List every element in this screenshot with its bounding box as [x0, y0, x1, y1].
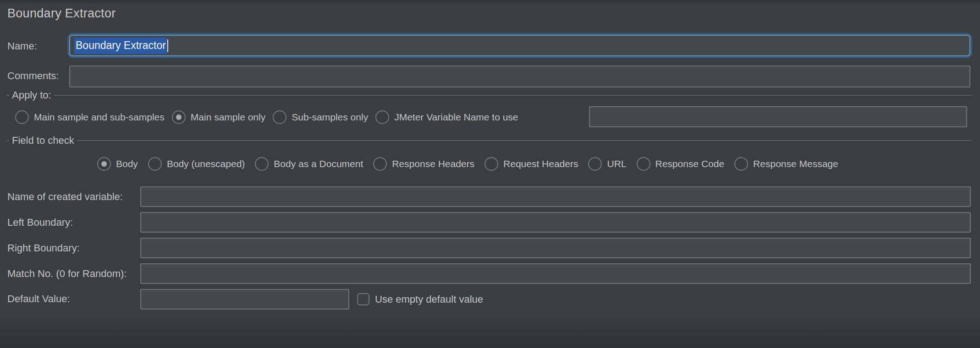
radio-label: URL	[607, 158, 626, 169]
radio-icon[interactable]	[97, 157, 111, 171]
extractor-field-row: Left Boundary:	[0, 212, 971, 233]
name-input-selected-text: Boundary Extractor	[74, 38, 167, 54]
radio-icon[interactable]	[255, 157, 269, 171]
comments-input[interactable]	[69, 65, 970, 87]
radio-label: Response Headers	[392, 158, 474, 169]
jmeter-variable-name-input[interactable]	[589, 106, 967, 127]
radio-icon[interactable]	[588, 157, 602, 171]
comments-label: Comments:	[7, 70, 59, 82]
use-empty-default-checkbox[interactable]	[357, 293, 369, 305]
extractor-field-row: Match No. (0 for Random):	[0, 263, 971, 284]
group-border-line	[6, 95, 9, 96]
radio-jmeter-variable-name-to-use[interactable]: JMeter Variable Name to use	[375, 110, 518, 124]
group-border-line	[77, 140, 972, 141]
extractor-field-row: Name of created variable:	[0, 186, 971, 207]
radio-label: Sub-samples only	[292, 112, 368, 123]
radio-icon[interactable]	[15, 110, 29, 124]
radio-body[interactable]: Body	[97, 157, 138, 171]
extractor-field-row: Right Boundary:	[0, 238, 971, 258]
radio-icon[interactable]	[734, 157, 748, 171]
radio-body-as-a-document[interactable]: Body as a Document	[255, 157, 363, 171]
radio-label: Body as a Document	[274, 158, 363, 169]
radio-label: Request Headers	[503, 158, 578, 169]
radio-response-code[interactable]: Response Code	[637, 157, 725, 171]
name-of-created-variable-input[interactable]	[140, 186, 971, 207]
radio-icon[interactable]	[148, 157, 162, 171]
field-to-check-group-header: Field to check	[6, 134, 972, 147]
radio-response-message[interactable]: Response Message	[734, 157, 838, 171]
left-boundary-label: Left Boundary:	[7, 217, 73, 228]
radio-label: Body	[116, 158, 138, 169]
radio-label: Response Code	[655, 158, 725, 169]
radio-url[interactable]: URL	[588, 157, 626, 171]
radio-icon[interactable]	[172, 110, 186, 124]
panel-bottom-shade	[0, 316, 980, 348]
window-top-band	[0, 0, 980, 3]
radio-icon[interactable]	[373, 157, 387, 171]
radio-icon[interactable]	[637, 157, 650, 171]
apply-to-legend: Apply to:	[11, 89, 54, 101]
text-caret	[167, 39, 168, 52]
field-to-check-legend: Field to check	[11, 135, 77, 147]
radio-icon[interactable]	[375, 110, 389, 124]
group-border-line	[54, 95, 972, 96]
match-no-0-for-random-label: Match No. (0 for Random):	[7, 268, 127, 280]
radio-response-headers[interactable]: Response Headers	[373, 157, 474, 171]
page-title: Boundary Extractor	[7, 6, 116, 21]
field-to-check-radio-group: BodyBody (unescaped)Body as a DocumentRe…	[97, 153, 838, 174]
radio-icon[interactable]	[484, 157, 498, 171]
apply-to-group-header: Apply to:	[6, 89, 972, 102]
default-value-input[interactable]	[140, 289, 349, 310]
radio-request-headers[interactable]: Request Headers	[484, 157, 578, 171]
default-value-label: Default Value:	[7, 293, 70, 305]
radio-main-sample-only[interactable]: Main sample only	[172, 110, 265, 124]
right-boundary-input[interactable]	[140, 238, 971, 258]
name-input[interactable]: Boundary Extractor	[69, 35, 970, 56]
radio-icon[interactable]	[273, 110, 286, 124]
group-border-line	[6, 140, 9, 141]
use-empty-default-label: Use empty default value	[375, 293, 483, 305]
right-boundary-label: Right Boundary:	[7, 242, 80, 254]
radio-main-sample-and-sub-samples[interactable]: Main sample and sub-samples	[15, 110, 165, 124]
match-no-0-for-random-input[interactable]	[140, 263, 971, 284]
radio-body-unescaped[interactable]: Body (unescaped)	[148, 157, 245, 171]
radio-label: Main sample and sub-samples	[34, 112, 165, 123]
extractor-fields: Name of created variable:Left Boundary:R…	[0, 186, 971, 289]
apply-to-radio-group: Main sample and sub-samplesMain sample o…	[15, 107, 518, 128]
left-boundary-input[interactable]	[140, 212, 971, 233]
radio-label: Body (unescaped)	[167, 158, 245, 169]
radio-label: Response Message	[753, 158, 838, 169]
radio-sub-samples-only[interactable]: Sub-samples only	[273, 110, 368, 124]
radio-label: Main sample only	[191, 112, 265, 123]
radio-label: JMeter Variable Name to use	[394, 112, 518, 123]
name-of-created-variable-label: Name of created variable:	[7, 191, 123, 203]
name-label: Name:	[7, 40, 37, 52]
